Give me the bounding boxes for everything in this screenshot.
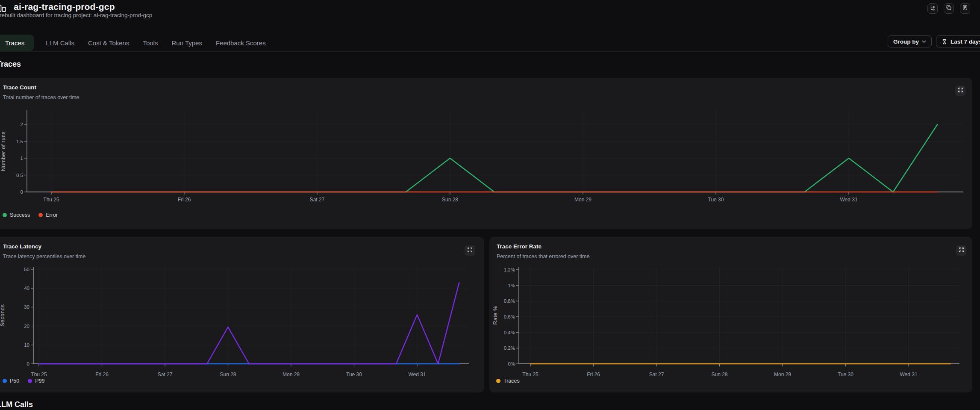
svg-text:0: 0 <box>21 189 23 195</box>
svg-text:Sat 27: Sat 27 <box>310 197 325 203</box>
dashboard-tabs: Traces LLM Calls Cost & Tokens Tools Run… <box>0 35 275 51</box>
group-by-label: Group by <box>893 38 919 45</box>
tab-feedback-scores[interactable]: Feedback Scores <box>212 35 270 51</box>
legend-item-error: Error <box>38 212 58 218</box>
tab-traces[interactable]: Traces <box>0 35 34 51</box>
svg-text:Wed 31: Wed 31 <box>840 197 857 203</box>
trace-error-rate-card: Trace Error Rate Percent of traces that … <box>489 237 972 392</box>
svg-text:1.5: 1.5 <box>16 139 23 144</box>
trace-latency-legend: P50P99 <box>3 378 45 384</box>
legend-item-success: Success <box>3 212 30 218</box>
tab-llm-calls[interactable]: LLM Calls <box>41 35 79 51</box>
trace-count-chart[interactable]: Thu 25Fri 26Sat 27Sun 28Mon 29Tue 30Wed … <box>0 78 972 229</box>
legend-item-p99: P99 <box>28 378 44 384</box>
tab-cost-tokens[interactable]: Cost & Tokens <box>84 35 133 51</box>
legend-item-traces: Traces <box>496 378 520 384</box>
tab-tools[interactable]: Tools <box>138 35 162 51</box>
svg-text:0.8%: 0.8% <box>504 298 515 304</box>
svg-text:Tue 30: Tue 30 <box>838 372 853 378</box>
svg-text:20: 20 <box>24 324 29 329</box>
svg-text:0.6%: 0.6% <box>504 314 515 319</box>
svg-text:Wed 31: Wed 31 <box>900 372 917 378</box>
svg-text:Rate %: Rate % <box>492 306 498 325</box>
legend-label: Traces <box>503 378 520 384</box>
time-range-label: Last 7 days <box>951 38 980 45</box>
trace-error-rate-chart[interactable]: Thu 25Fri 26Sat 27Sun 28Mon 29Tue 30Wed … <box>489 237 972 392</box>
hourglass-icon <box>942 38 948 45</box>
svg-text:50: 50 <box>24 267 29 272</box>
trace-latency-card: Trace Latency Trace latency percentiles … <box>0 237 484 392</box>
legend-dot <box>3 213 7 217</box>
svg-text:Mon 29: Mon 29 <box>774 372 791 378</box>
section-title-llm-calls: LLM Calls <box>0 400 33 409</box>
svg-text:0: 0 <box>27 361 29 366</box>
svg-text:0.2%: 0.2% <box>504 345 515 351</box>
svg-text:0.4%: 0.4% <box>504 330 515 335</box>
legend-label: P50 <box>10 378 19 384</box>
svg-text:Fri 26: Fri 26 <box>178 197 191 203</box>
svg-text:Sun 28: Sun 28 <box>711 372 727 378</box>
page-title: ai-rag-tracing-prod-gcp <box>14 2 115 12</box>
group-by-button[interactable]: Group by <box>888 35 932 47</box>
tab-run-types[interactable]: Run Types <box>167 35 206 51</box>
trace-count-legend: SuccessError <box>3 212 58 218</box>
svg-text:Sat 27: Sat 27 <box>158 372 173 378</box>
legend-label: Error <box>46 212 58 218</box>
svg-text:Mon 29: Mon 29 <box>574 197 592 203</box>
chevron-down-icon <box>922 40 926 43</box>
svg-text:Tue 30: Tue 30 <box>708 197 724 203</box>
dashboard-page: ai-rag-tracing-prod-gcp Prebuilt dashboa… <box>0 0 980 410</box>
svg-text:2: 2 <box>21 122 23 127</box>
trace-latency-chart[interactable]: Thu 25Fri 26Sat 27Sun 28Mon 29Tue 30Wed … <box>0 237 484 392</box>
svg-text:Thu 25: Thu 25 <box>31 372 47 378</box>
notes-button[interactable] <box>960 3 970 14</box>
page-subtitle: Prebuilt dashboard for tracing project: … <box>0 12 152 18</box>
svg-text:1: 1 <box>21 156 23 161</box>
svg-text:0.5: 0.5 <box>16 173 23 178</box>
svg-text:Fri 26: Fri 26 <box>587 372 600 378</box>
legend-dot <box>3 379 7 383</box>
svg-text:Fri 26: Fri 26 <box>95 372 109 378</box>
svg-text:Sun 28: Sun 28 <box>442 197 458 203</box>
svg-text:1%: 1% <box>508 283 515 288</box>
svg-text:40: 40 <box>24 286 29 291</box>
trace-error-rate-legend: Traces <box>496 378 520 384</box>
svg-text:Sat 27: Sat 27 <box>649 372 664 378</box>
trace-count-card: Trace Count Total number of traces over … <box>0 78 972 229</box>
flow-button[interactable] <box>927 3 938 14</box>
section-title-traces: Traces <box>0 60 21 69</box>
time-range-button[interactable]: Last 7 days <box>936 35 980 47</box>
svg-text:Mon 29: Mon 29 <box>283 372 300 378</box>
copy-icon <box>946 5 952 12</box>
svg-text:Sun 28: Sun 28 <box>220 372 236 378</box>
svg-text:10: 10 <box>24 342 29 348</box>
svg-text:Number of runs: Number of runs <box>0 131 6 171</box>
legend-item-p50: P50 <box>3 378 19 384</box>
svg-text:Thu 25: Thu 25 <box>522 372 539 378</box>
legend-dot <box>38 213 43 217</box>
svg-text:Seconds: Seconds <box>0 304 6 326</box>
legend-dot <box>496 379 500 383</box>
legend-label: P99 <box>35 378 44 384</box>
svg-text:Thu 25: Thu 25 <box>43 197 59 203</box>
toolbar-controls: Group by Last 7 days <box>888 35 980 47</box>
legend-dot <box>28 379 32 383</box>
notes-icon <box>962 5 968 12</box>
svg-text:30: 30 <box>24 304 29 310</box>
copy-button[interactable] <box>944 3 954 14</box>
svg-text:0%: 0% <box>508 361 515 366</box>
legend-label: Success <box>10 212 30 218</box>
header-actions <box>927 3 970 14</box>
svg-text:Wed 31: Wed 31 <box>408 372 426 378</box>
svg-text:1.2%: 1.2% <box>504 267 515 272</box>
header-divider <box>0 51 980 52</box>
flow-icon <box>930 5 936 12</box>
svg-text:Tue 30: Tue 30 <box>346 372 362 378</box>
